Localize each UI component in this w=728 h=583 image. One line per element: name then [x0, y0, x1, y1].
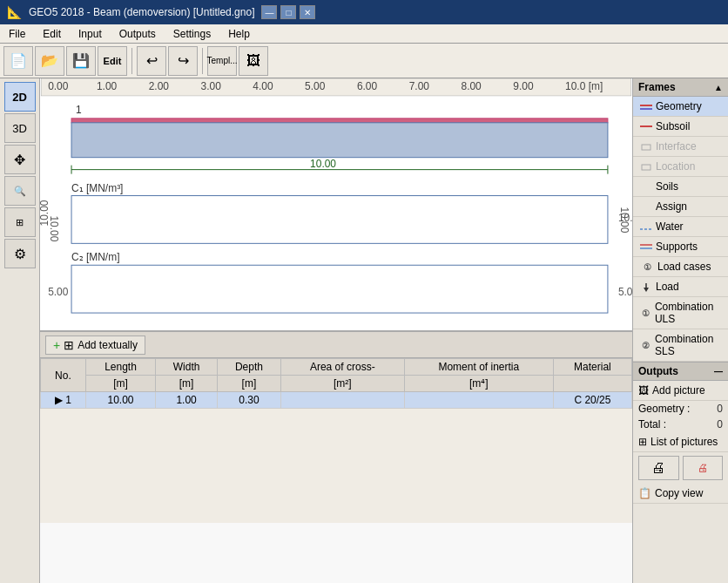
location-icon [640, 162, 652, 171]
water-icon [640, 222, 652, 231]
add-picture-icon: 🖼 [638, 384, 649, 397]
copy-view-button[interactable]: 📋 Copy view [633, 484, 728, 504]
supports-icon [640, 242, 652, 251]
3d-view-button[interactable]: 3D [4, 113, 36, 143]
sidebar-item-combination-uls[interactable]: ① Combination ULS [633, 297, 728, 329]
frames-label: Frames [638, 81, 676, 93]
svg-rect-20 [71, 196, 608, 244]
move-tool-button[interactable]: ✥ [4, 145, 36, 174]
menu-settings[interactable]: Settings [165, 26, 219, 42]
geometry-output-value: 0 [717, 403, 723, 415]
svg-text:2.00: 2.00 [149, 80, 170, 92]
sidebar-item-water[interactable]: Water [633, 217, 728, 237]
redo-button[interactable]: ↪ [168, 46, 198, 76]
zoom-window-button[interactable]: 🔍 [4, 176, 36, 206]
app-icon: 📐 [7, 5, 22, 19]
table-scroll-area[interactable]: No. Length Width Depth Area of cross- Mo… [40, 358, 632, 523]
svg-text:5.00: 5.00 [305, 80, 326, 92]
svg-text:8.00: 8.00 [462, 80, 482, 92]
svg-rect-32 [642, 145, 650, 150]
save-button[interactable]: 💾 [66, 46, 96, 76]
sidebar-item-subsoil-label: Subsoil [656, 120, 690, 132]
sidebar-item-supports[interactable]: Supports [633, 237, 728, 257]
edit-button[interactable]: Edit [98, 46, 127, 76]
total-output-label: Total : [638, 418, 666, 430]
combination-uls-icon: ① [640, 308, 651, 317]
copy-view-label: Copy view [655, 487, 703, 499]
svg-text:C₁ [MN/m³]: C₁ [MN/m³] [71, 182, 123, 194]
sidebar-item-load-cases[interactable]: ① Load cases [633, 257, 728, 277]
sidebar-item-soils-label: Soils [656, 180, 678, 193]
col-width-unit: [m] [156, 376, 218, 392]
sidebar-item-load-label: Load [656, 281, 679, 293]
sidebar-item-load-cases-label: Load cases [657, 261, 711, 273]
menu-file[interactable]: File [0, 26, 34, 42]
svg-text:10.0 [m]: 10.0 [m] [565, 80, 603, 92]
close-button[interactable]: ✕ [300, 5, 315, 19]
canvas-area: 0.00 1.00 2.00 3.00 4.00 5.00 6.00 7.00 … [40, 78, 632, 331]
new-button[interactable]: 📄 [3, 46, 33, 76]
sidebar-item-combination-sls[interactable]: ② Combination SLS [633, 329, 728, 362]
table-row[interactable]: ▶ 1 10.00 1.00 0.30 C 20/25 [41, 392, 632, 409]
col-area-unit: [m²] [280, 376, 404, 392]
sidebar-item-water-label: Water [656, 220, 684, 233]
sidebar-item-assign[interactable]: Assign [633, 197, 728, 217]
settings-button[interactable]: ⚙ [4, 239, 36, 268]
col-material-header: Material [553, 359, 631, 376]
picture-button[interactable]: 🖼 [239, 46, 268, 76]
menu-outputs[interactable]: Outputs [111, 26, 165, 42]
copy-view-icon: 📋 [638, 487, 651, 499]
sidebar-item-location: Location [633, 157, 728, 177]
geometry-output-label: Geometry : [638, 403, 690, 415]
menu-input[interactable]: Input [70, 26, 111, 42]
sidebar-item-interface: Interface [633, 137, 728, 157]
frames-collapse[interactable]: ▲ [714, 83, 723, 92]
toolbar-separator-2 [202, 48, 203, 74]
sidebar-item-load[interactable]: Load [633, 277, 728, 297]
2d-view-button[interactable]: 2D [4, 82, 36, 112]
bottom-panel: + ⊞ Add textually No. Length Width Depth… [40, 331, 632, 523]
outputs-collapse[interactable]: — [714, 367, 723, 376]
sidebar-item-soils[interactable]: Soils [633, 177, 728, 197]
outputs-label: Outputs [638, 365, 678, 377]
print-button-1[interactable]: 🖨 [638, 456, 679, 480]
sidebar-item-combination-uls-label: Combination ULS [655, 301, 721, 325]
print-button-2[interactable]: 🖨 [683, 456, 724, 480]
svg-text:5.00: 5.00 [618, 286, 632, 298]
menu-edit[interactable]: Edit [34, 26, 70, 42]
col-width-header: Width [156, 359, 218, 376]
minimize-button[interactable]: — [261, 5, 277, 19]
sidebar-item-combination-sls-label: Combination SLS [655, 333, 721, 357]
titlebar: 📐 GEO5 2018 - Beam (demoversion) [Untitl… [0, 0, 728, 24]
svg-text:0.00: 0.00 [48, 80, 69, 92]
undo-button[interactable]: ↩ [137, 46, 166, 76]
template-button[interactable]: Templ... [207, 46, 237, 76]
combination-sls-icon: ② [640, 341, 651, 349]
list-pictures-button[interactable]: ⊞ List of pictures [633, 432, 728, 452]
table-icon: ⊞ [64, 338, 74, 352]
outputs-section: Outputs — 🖼 Add picture Geometry : 0 Tot… [633, 362, 728, 504]
row-width: 1.00 [156, 392, 218, 409]
sidebar-item-supports-label: Supports [656, 241, 698, 253]
svg-marker-38 [644, 288, 649, 292]
svg-text:4.00: 4.00 [253, 80, 273, 92]
col-depth-header: Depth [217, 359, 280, 376]
col-moment-unit: [m⁴] [404, 376, 553, 392]
row-material: C 20/25 [553, 392, 631, 409]
list-pictures-icon: ⊞ [638, 436, 647, 448]
row-length: 10.00 [85, 392, 155, 409]
sidebar-item-subsoil[interactable]: Subsoil [633, 117, 728, 137]
svg-text:10.00: 10.00 [48, 215, 60, 241]
open-button[interactable]: 📂 [35, 46, 64, 76]
svg-rect-13 [71, 119, 608, 123]
add-picture-button[interactable]: 🖼 Add picture [633, 381, 728, 401]
col-length-header: Length [85, 359, 155, 376]
add-textually-button[interactable]: + ⊞ Add textually [45, 336, 145, 355]
menu-help[interactable]: Help [219, 26, 259, 42]
svg-rect-33 [642, 165, 650, 170]
sidebar-item-geometry[interactable]: Geometry [633, 97, 728, 117]
main-canvas[interactable]: 0.00 1.00 2.00 3.00 4.00 5.00 6.00 7.00 … [40, 78, 632, 330]
svg-text:5.00: 5.00 [48, 286, 69, 298]
zoom-fit-button[interactable]: ⊞ [4, 207, 36, 237]
maximize-button[interactable]: □ [280, 5, 296, 19]
